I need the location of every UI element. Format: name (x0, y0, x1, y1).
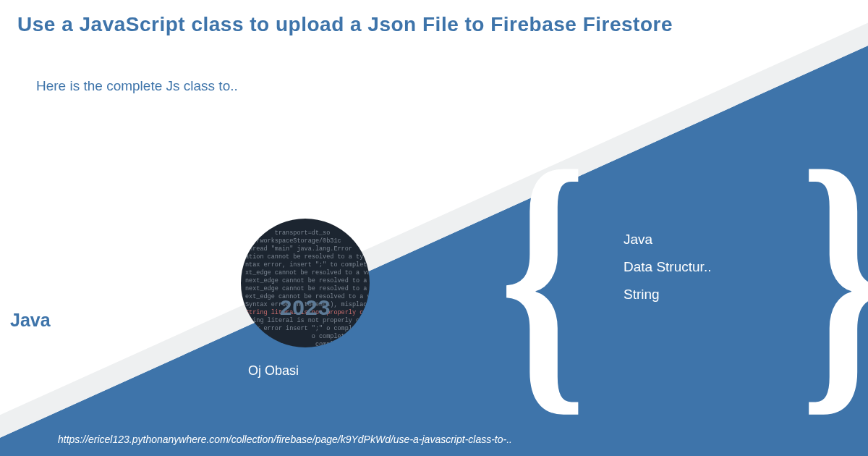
tag-item: Data Structur.. (624, 259, 711, 275)
author-name: Oj Obasi (248, 363, 370, 379)
url-text: https://ericel123.pythonanywhere.com/col… (58, 434, 512, 445)
tag-item: Java (624, 232, 711, 248)
tags-list: Java Data Structur.. String (624, 232, 711, 314)
author-block: transport=dt_so /workspaceStorage/0b31c … (241, 219, 370, 379)
avatar-code-bg: transport=dt_so /workspaceStorage/0b31c … (241, 229, 370, 347)
page-title: Use a JavaScript class to upload a Json … (17, 13, 673, 36)
brace-right-icon: } (801, 127, 868, 423)
tag-item: String (624, 287, 711, 303)
subtitle-text: Here is the complete Js class to.. (36, 78, 238, 94)
avatar-year: 2023 (280, 295, 331, 320)
avatar: transport=dt_so /workspaceStorage/0b31c … (241, 219, 370, 347)
brace-left-icon: { (499, 127, 587, 423)
category-label: Java (10, 310, 51, 331)
